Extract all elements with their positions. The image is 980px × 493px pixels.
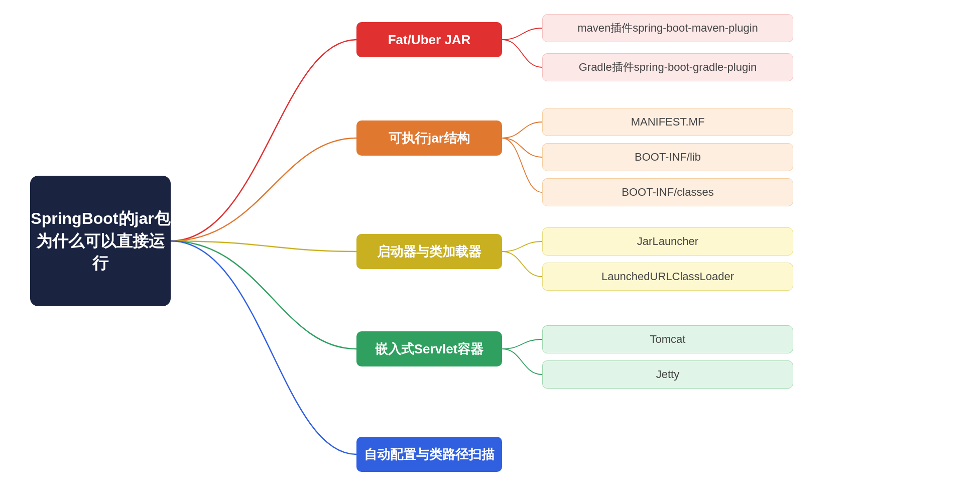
leaf-exec-1: MANIFEST.MF: [542, 108, 793, 136]
leaf-launch-1: JarLauncher: [542, 227, 793, 256]
branch-launcher-label: 启动器与类加载器: [377, 243, 481, 261]
root-label: SpringBoot的jar包为什么可以直接运行: [30, 207, 171, 275]
branch-autoconfig-label: 自动配置与类路径扫描: [364, 446, 495, 463]
branch-servlet: 嵌入式Servlet容器: [356, 331, 502, 366]
branch-exec-jar-label: 可执行jar结构: [389, 130, 470, 147]
leaf-servlet-2: Jetty: [542, 360, 793, 389]
branch-autoconfig: 自动配置与类路径扫描: [356, 437, 502, 472]
root-node: SpringBoot的jar包为什么可以直接运行: [30, 176, 171, 306]
branch-servlet-label: 嵌入式Servlet容器: [375, 340, 484, 358]
leaf-servlet-1: Tomcat: [542, 325, 793, 353]
branch-fat-jar-label: Fat/Uber JAR: [388, 32, 471, 48]
branch-launcher: 启动器与类加载器: [356, 234, 502, 269]
leaf-fat-1: maven插件spring-boot-maven-plugin: [542, 14, 793, 42]
leaf-launch-2: LaunchedURLClassLoader: [542, 263, 793, 291]
branch-exec-jar: 可执行jar结构: [356, 120, 502, 156]
leaf-exec-2: BOOT-INF/lib: [542, 143, 793, 171]
mind-map: SpringBoot的jar包为什么可以直接运行 Fat/Uber JAR 可执…: [0, 0, 980, 493]
leaf-exec-3: BOOT-INF/classes: [542, 178, 793, 206]
leaf-fat-2: Gradle插件spring-boot-gradle-plugin: [542, 53, 793, 81]
branch-fat-jar: Fat/Uber JAR: [356, 22, 502, 57]
